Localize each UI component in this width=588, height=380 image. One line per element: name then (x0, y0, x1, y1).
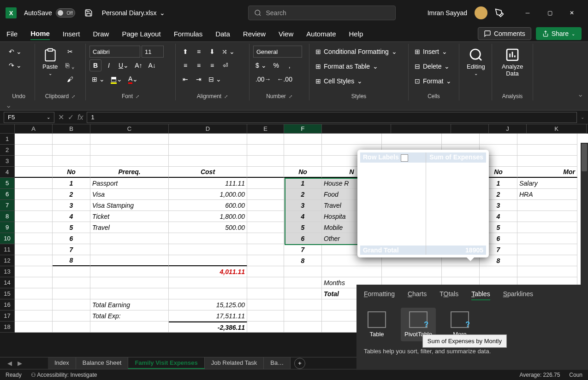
decrease-indent-button[interactable]: ⇤ (179, 73, 191, 85)
filename[interactable]: Personal Diary.xlsx ⌄ (102, 9, 165, 17)
font-launcher-icon[interactable]: ⤢ (136, 94, 139, 99)
row-header-3[interactable]: 3 (0, 156, 15, 167)
panel-tab-charts[interactable]: Charts (408, 290, 427, 300)
increase-decimal-button[interactable]: .00→ (253, 73, 273, 85)
cell-E15[interactable] (247, 288, 284, 299)
cell-A10[interactable] (15, 233, 53, 244)
percent-button[interactable]: % (270, 59, 282, 71)
cell-K4[interactable]: Mor (517, 167, 577, 178)
cell-F4[interactable]: No (284, 167, 322, 178)
cell-B1[interactable] (53, 134, 90, 145)
cell-A18[interactable] (15, 322, 53, 333)
cell-B10[interactable]: 6 (53, 233, 90, 244)
col-header-F[interactable]: F (284, 124, 322, 134)
cell-F10[interactable]: 6 (284, 233, 322, 244)
cell-H13[interactable] (382, 266, 442, 277)
cell-B5[interactable]: 1 (53, 178, 90, 189)
cell-B6[interactable]: 2 (53, 189, 90, 200)
cell-E8[interactable] (247, 211, 284, 222)
next-sheet-icon[interactable]: ▶ (18, 360, 22, 367)
cell-C5[interactable]: Passport (90, 178, 169, 189)
align-center-button[interactable]: ≡ (193, 59, 205, 71)
clipboard-launcher-icon[interactable]: ⤢ (71, 94, 75, 99)
cell-J13[interactable] (480, 266, 517, 277)
paste-button[interactable]: Paste ⌄ (39, 46, 61, 78)
tab-review[interactable]: Review (243, 28, 266, 40)
cell-D3[interactable] (169, 156, 247, 167)
merge-button[interactable]: ⊟ ⌄ (206, 73, 224, 85)
cell-F9[interactable]: 5 (284, 222, 322, 233)
cell-A9[interactable] (15, 222, 53, 233)
cell-A2[interactable] (15, 145, 53, 156)
sheet-tab-job[interactable]: Job Related Task (205, 357, 264, 369)
cell-D13[interactable]: 4,011.11 (169, 266, 247, 277)
col-header-J[interactable]: J (489, 124, 527, 134)
font-color-button[interactable]: A ⌄ (126, 73, 140, 85)
bold-button[interactable]: B (89, 59, 101, 71)
delete-cells-button[interactable]: ⊟ Delete ⌄ (412, 60, 455, 72)
cell-D6[interactable]: 1,000.00 (169, 189, 247, 200)
cell-D18[interactable]: -2,386.11 (169, 322, 247, 333)
comma-button[interactable]: , (284, 59, 296, 71)
row-header-2[interactable]: 2 (0, 145, 15, 156)
cell-D5[interactable]: 111.11 (169, 178, 247, 189)
avatar[interactable] (475, 6, 487, 19)
tab-view[interactable]: View (279, 28, 293, 40)
font-size-input[interactable] (142, 46, 164, 58)
cell-A11[interactable] (15, 244, 53, 255)
col-header-A[interactable]: A (15, 124, 53, 134)
fx-icon[interactable]: fx (77, 113, 83, 122)
cell-D9[interactable]: 500.00 (169, 222, 247, 233)
increase-indent-button[interactable]: ⇥ (193, 73, 205, 85)
alignment-launcher-icon[interactable]: ⤢ (224, 94, 228, 99)
cell-D2[interactable] (169, 145, 247, 156)
comments-button[interactable]: Comments (478, 27, 531, 40)
cell-E11[interactable] (247, 244, 284, 255)
col-header-K[interactable]: K (527, 124, 587, 134)
cell-C17[interactable]: Total Exp: (90, 310, 169, 322)
sheet-tab-family[interactable]: Family Visit Expenses (128, 357, 204, 369)
row-header-6[interactable]: 6 (0, 189, 15, 200)
tab-draw[interactable]: Draw (93, 28, 109, 40)
cell-B2[interactable] (53, 145, 90, 156)
col-header-I[interactable] (451, 124, 489, 134)
cell-E16[interactable] (247, 299, 284, 310)
cell-B8[interactable]: 4 (53, 211, 90, 222)
cell-B15[interactable] (53, 288, 90, 299)
underline-button[interactable]: U ⌄ (116, 59, 131, 71)
name-box[interactable]: F5⌄ (4, 112, 54, 123)
format-as-table-button[interactable]: ⊞ Format as Table ⌄ (313, 60, 404, 72)
row-header-11[interactable]: 11 (0, 244, 15, 255)
cell-C18[interactable] (90, 322, 169, 333)
filter-dropdown-icon[interactable]: ▾ (401, 154, 408, 162)
cell-F14[interactable] (284, 277, 322, 288)
cell-F11[interactable]: 7 (284, 244, 322, 255)
panel-tab-sparklines[interactable]: Sparklines (503, 290, 533, 300)
insert-cells-button[interactable]: ⊞ Insert ⌄ (412, 46, 455, 58)
formula-input[interactable]: 1 (87, 112, 577, 123)
cell-C16[interactable]: Total Earning (90, 299, 169, 310)
row-header-14[interactable]: 14 (0, 277, 15, 288)
decrease-decimal-button[interactable]: ←.00 (274, 73, 294, 85)
cell-C15[interactable] (90, 288, 169, 299)
cell-C4[interactable]: Prereq. (90, 167, 169, 178)
cell-D10[interactable] (169, 233, 247, 244)
sheet-tab-balance[interactable]: Balance Sheet (76, 357, 129, 369)
cell-C9[interactable]: Travel (90, 222, 169, 233)
row-header-5[interactable]: 5 (0, 178, 15, 189)
cell-A3[interactable] (15, 156, 53, 167)
cell-B9[interactable]: 5 (53, 222, 90, 233)
cell-K11[interactable] (517, 244, 577, 255)
cell-F12[interactable]: 8 (284, 255, 322, 266)
cell-A5[interactable] (15, 178, 53, 189)
format-painter-button[interactable]: 🖌 (63, 73, 77, 85)
cell-C1[interactable] (90, 134, 169, 145)
row-header-16[interactable]: 16 (0, 299, 15, 310)
undo-button[interactable]: ↶ ⌄ (6, 46, 24, 58)
cell-C3[interactable] (90, 156, 169, 167)
cell-A16[interactable] (15, 299, 53, 310)
cell-K2[interactable] (517, 145, 577, 156)
cell-A7[interactable] (15, 200, 53, 211)
cell-D8[interactable]: 1,800.00 (169, 211, 247, 222)
cell-D15[interactable] (169, 288, 247, 299)
